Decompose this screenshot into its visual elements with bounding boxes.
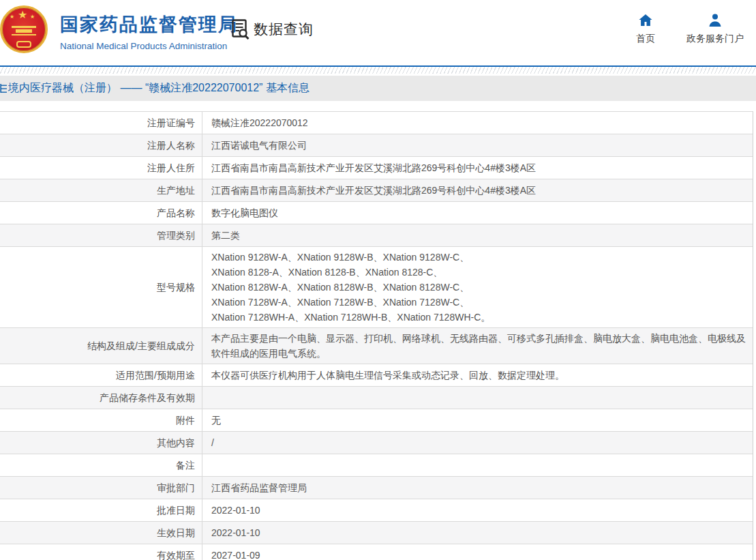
table-row: 备注 [0, 454, 753, 477]
site-header: ★ ★ ★ 国家药品监督管理局 National Medical Product… [0, 0, 756, 65]
org-name-cn: 国家药品监督管理局 [60, 12, 238, 37]
org-name-en: National Medical Products Administration [60, 41, 238, 51]
row-value: 2022-01-10 [202, 522, 753, 544]
nav-item-label: 首页 [636, 33, 655, 45]
row-value: 江西省南昌市南昌高新技术产业开发区艾溪湖北路269号科创中心4#楼3楼A区 [202, 179, 753, 201]
row-value: 江西诺诚电气有限公司 [202, 134, 753, 156]
table-row: 生效日期 2022-01-10 [0, 522, 753, 544]
table-row: 产品储存条件及有效期 [0, 387, 753, 409]
user-icon [707, 12, 723, 30]
row-label: 批准日期 [0, 499, 202, 521]
row-value: 2022-01-10 [202, 499, 753, 521]
table-row: 结构及组成/主要组成成分 本产品主要是由一个电脑、显示器、打印机、网络球机、无线… [0, 328, 753, 364]
row-label: 附件 [0, 409, 202, 431]
row-label: 其他内容 [0, 432, 202, 454]
row-value: 数字化脑电图仪 [202, 202, 753, 224]
data-query-label: 数据查询 [254, 20, 314, 39]
row-value: / [202, 432, 753, 454]
nav-item-gov-portal[interactable]: 政务服务门户 [686, 12, 744, 45]
home-icon [637, 12, 654, 30]
row-label: 注册证编号 [0, 112, 202, 134]
row-value: 本产品主要是由一个电脑、显示器、打印机、网络球机、无线路由器、可移式多孔插排盒、… [202, 328, 753, 364]
emblem-gear-icon [16, 41, 31, 48]
org-names: 国家药品监督管理局 National Medical Products Admi… [60, 12, 238, 51]
emblem-star-icon: ★ [18, 10, 27, 20]
row-value: 江西省药品监督管理局 [202, 477, 753, 499]
page-title: 境内医疗器械（注册） —— “赣械注准20222070012” 基本信息 [8, 81, 309, 95]
emblem-gate-icon [12, 26, 36, 35]
row-value [202, 454, 753, 476]
row-label: 审批部门 [0, 477, 202, 499]
table-row: 审批部门 江西省药品监督管理局 [0, 477, 753, 499]
nav-item-label: 政务服务门户 [686, 33, 744, 45]
table-row: 注册证编号 赣械注准20222070012 [0, 112, 753, 134]
table-row: 批准日期 2022-01-10 [0, 499, 753, 522]
row-label: 适用范围/预期用途 [0, 364, 202, 386]
table-row: 注册人住所 江西省南昌市南昌高新技术产业开发区艾溪湖北路269号科创中心4#楼3… [0, 157, 753, 179]
table-row: 生产地址 江西省南昌市南昌高新技术产业开发区艾溪湖北路269号科创中心4#楼3楼… [0, 179, 753, 202]
data-query-section[interactable]: 数据查询 [232, 19, 314, 40]
row-value: 无 [202, 409, 753, 431]
row-value: 本仪器可供医疗机构用于人体脑电生理信号采集或动态记录、回放、数据定理处理。 [202, 364, 753, 386]
row-label: 管理类别 [0, 224, 202, 246]
row-label: 产品储存条件及有效期 [0, 387, 202, 409]
document-search-icon [232, 19, 250, 40]
row-label: 结构及组成/主要组成成分 [0, 328, 202, 364]
row-label: 型号规格 [0, 247, 202, 327]
table-row: 注册人名称 江西诺诚电气有限公司 [0, 134, 753, 157]
top-nav: 首页 政务服务门户 [636, 12, 744, 45]
page-title-bar: 境内医疗器械（注册） —— “赣械注准20222070012” 基本信息 [0, 76, 756, 101]
table-row: 型号规格 XNation 9128W-A、XNation 9128W-B、XNa… [0, 247, 753, 328]
hatched-strip [0, 67, 756, 74]
row-label: 有效期至 [0, 544, 202, 560]
row-label: 注册人名称 [0, 134, 202, 156]
table-row: 附件 无 [0, 409, 753, 432]
row-value [202, 387, 753, 409]
table-row: 其他内容 / [0, 432, 753, 454]
row-label: 备注 [0, 454, 202, 476]
table-row: 管理类别 第二类 [0, 224, 753, 247]
row-value: 赣械注准20222070012 [202, 112, 753, 134]
row-value: XNation 9128W-A、XNation 9128W-B、XNation … [202, 247, 753, 327]
table-row: 适用范围/预期用途 本仪器可供医疗机构用于人体脑电生理信号采集或动态记录、回放、… [0, 364, 753, 387]
table-row: 产品名称 数字化脑电图仪 [0, 202, 753, 224]
row-value: 江西省南昌市南昌高新技术产业开发区艾溪湖北路269号科创中心4#楼3楼A区 [202, 157, 753, 179]
row-label: 生产地址 [0, 179, 202, 201]
emblem-star-icon: ★ [10, 14, 14, 20]
breadcrumb: 境内医疗器械（注册） —— “赣械注准20222070012” 基本信息 [0, 81, 309, 95]
row-value: 第二类 [202, 224, 753, 246]
clipped-glyph-icon [0, 83, 7, 94]
row-label: 注册人住所 [0, 157, 202, 179]
nmpa-device-detail-page: { "header": { "org_name_cn": "国家药品监督管理局"… [0, 0, 756, 560]
registration-info-table: 注册证编号 赣械注准20222070012 注册人名称 江西诺诚电气有限公司 注… [0, 111, 753, 560]
table-row: 有效期至 2027-01-09 [0, 544, 753, 560]
row-label: 生效日期 [0, 522, 202, 544]
row-value: 2027-01-09 [202, 544, 753, 560]
national-emblem-logo: ★ ★ ★ [0, 5, 49, 57]
emblem-star-icon: ★ [30, 14, 35, 20]
nav-item-home[interactable]: 首页 [636, 12, 655, 45]
row-label: 产品名称 [0, 202, 202, 224]
